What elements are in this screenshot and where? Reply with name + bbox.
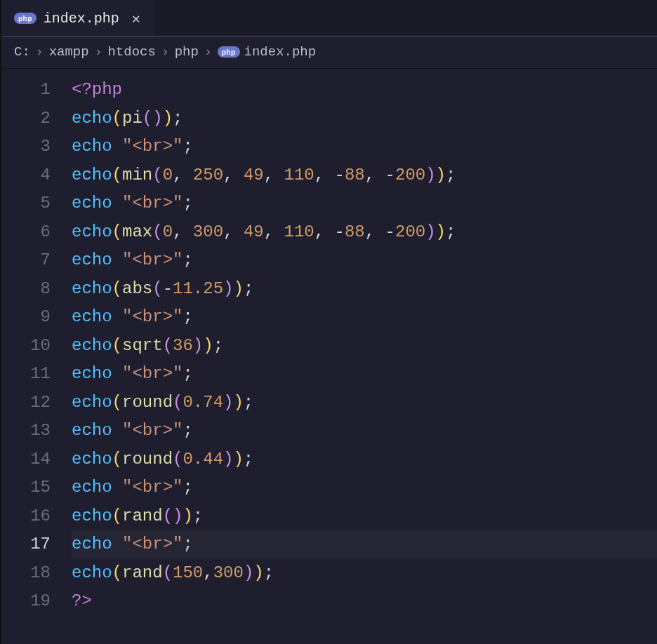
breadcrumb-segment[interactable]: php [175,44,199,60]
breadcrumb-segment[interactable]: xampp [49,44,89,60]
code-line[interactable]: echo(rand(150,300)); [72,559,657,588]
line-number: 6 [1,218,51,247]
line-number: 2 [1,105,51,133]
tab-bar: php index.php ✕ [1,0,657,36]
code-line[interactable]: echo(round(0.74)); [72,389,657,417]
line-number: 4 [1,161,51,190]
code-line[interactable]: echo(pi()); [72,105,657,133]
code-line[interactable]: echo "<br>"; [72,474,657,502]
code-line[interactable]: echo "<br>"; [72,246,657,275]
code-line[interactable]: echo "<br>"; [72,133,657,161]
code-content[interactable]: <?phpecho(pi());echo "<br>";echo(min(0, … [72,76,657,616]
breadcrumb: C: › xampp › htdocs › php › php index.ph… [1,36,657,69]
breadcrumb-segment[interactable]: index.php [244,44,317,60]
line-number: 15 [1,474,51,502]
line-number: 16 [1,502,51,531]
code-line[interactable]: echo "<br>"; [72,530,657,559]
code-editor[interactable]: 12345678910111213141516171819 <?phpecho(… [1,69,657,616]
code-line[interactable]: echo(sqrt(36)); [72,332,657,361]
line-number: 7 [1,246,51,275]
line-number: 5 [1,189,51,218]
line-number: 18 [1,559,51,588]
line-number: 8 [1,275,51,304]
close-icon[interactable]: ✕ [131,10,142,27]
code-line[interactable]: echo "<br>"; [72,189,657,218]
line-number: 9 [1,303,51,332]
line-number: 11 [1,360,51,389]
tab-filename: index.php [44,11,119,27]
chevron-right-icon: › [161,45,169,59]
php-icon: php [14,13,36,24]
php-icon: php [218,46,240,58]
code-line[interactable]: echo "<br>"; [72,417,657,445]
line-number: 14 [1,445,51,474]
code-line[interactable]: <?php [72,76,657,105]
chevron-right-icon: › [36,45,44,59]
code-line[interactable]: echo(min(0, 250, 49, 110, -88, -200)); [72,161,657,190]
breadcrumb-segment[interactable]: htdocs [107,44,155,60]
line-number: 13 [1,417,51,445]
line-number-gutter: 12345678910111213141516171819 [1,76,72,616]
line-number: 10 [1,332,51,361]
line-number: 3 [1,133,51,161]
code-line[interactable]: ?> [72,587,657,616]
code-line[interactable]: echo(rand()); [72,502,657,531]
code-line[interactable]: echo "<br>"; [72,303,657,332]
line-number: 12 [1,389,51,417]
line-number: 19 [1,587,51,616]
chevron-right-icon: › [204,45,212,59]
chevron-right-icon: › [95,45,102,59]
code-line[interactable]: echo(round(0.44)); [72,445,657,474]
line-number: 17 [1,530,51,559]
code-line[interactable]: echo(abs(-11.25)); [72,275,657,304]
code-line[interactable]: echo(max(0, 300, 49, 110, -88, -200)); [72,218,657,247]
tab-index-php[interactable]: php index.php ✕ [1,0,154,36]
line-number: 1 [1,76,51,105]
breadcrumb-segment[interactable]: C: [14,44,30,60]
code-line[interactable]: echo "<br>"; [72,360,657,389]
